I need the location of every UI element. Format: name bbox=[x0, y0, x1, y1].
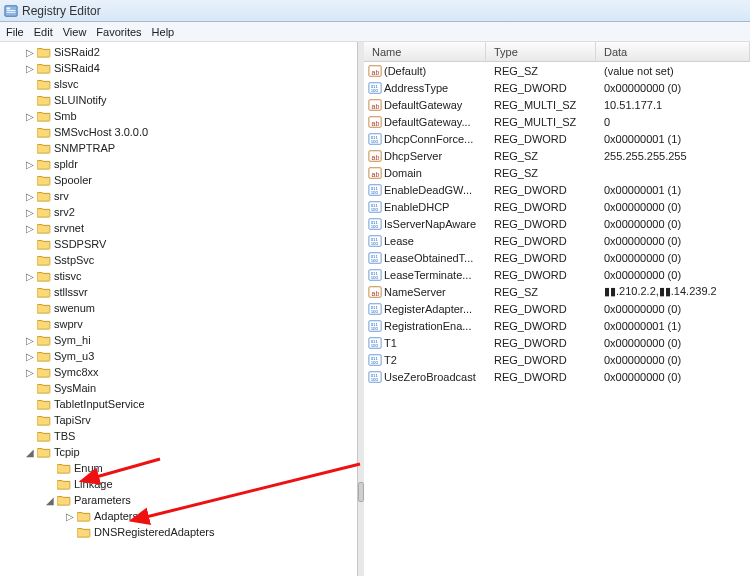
tree-item[interactable]: SysMain bbox=[0, 380, 357, 396]
tree-item[interactable]: ▷Smb bbox=[0, 108, 357, 124]
expand-icon[interactable]: ▷ bbox=[24, 206, 36, 218]
tree-item[interactable]: ▷Adapters bbox=[0, 508, 357, 524]
tree-item[interactable]: SMSvcHost 3.0.0.0 bbox=[0, 124, 357, 140]
expand-icon[interactable]: ▷ bbox=[24, 46, 36, 58]
splitter[interactable] bbox=[358, 42, 364, 576]
value-row[interactable]: abDefaultGateway...REG_MULTI_SZ0 bbox=[364, 113, 750, 130]
expand-icon bbox=[44, 478, 56, 490]
tree-item[interactable]: ▷SiSRaid4 bbox=[0, 60, 357, 76]
tree-item[interactable]: Enum bbox=[0, 460, 357, 476]
tree-item[interactable]: TBS bbox=[0, 428, 357, 444]
tree-item[interactable]: ▷srv bbox=[0, 188, 357, 204]
value-row[interactable]: 011100RegistrationEna...REG_DWORD0x00000… bbox=[364, 317, 750, 334]
value-row[interactable]: 011100LeaseREG_DWORD0x00000000 (0) bbox=[364, 232, 750, 249]
menu-help[interactable]: Help bbox=[152, 26, 175, 38]
folder-icon bbox=[37, 110, 51, 122]
tree-item-label: stllssvr bbox=[54, 286, 88, 298]
tree-item[interactable]: SLUINotify bbox=[0, 92, 357, 108]
tree-item[interactable]: slsvc bbox=[0, 76, 357, 92]
tree-item[interactable]: SstpSvc bbox=[0, 252, 357, 268]
value-row[interactable]: abDomainREG_SZ bbox=[364, 164, 750, 181]
value-row[interactable]: 011100AddressTypeREG_DWORD0x00000000 (0) bbox=[364, 79, 750, 96]
expand-icon bbox=[64, 526, 76, 538]
menu-favorites[interactable]: Favorites bbox=[96, 26, 141, 38]
tree-item[interactable]: ◢Parameters bbox=[0, 492, 357, 508]
tree-item[interactable]: TabletInputService bbox=[0, 396, 357, 412]
value-row[interactable]: 011100IsServerNapAwareREG_DWORD0x0000000… bbox=[364, 215, 750, 232]
value-data: 0x00000000 (0) bbox=[596, 269, 750, 281]
tree-item[interactable]: Spooler bbox=[0, 172, 357, 188]
tree-item[interactable]: ▷srv2 bbox=[0, 204, 357, 220]
tree-item[interactable]: ▷Symc8xx bbox=[0, 364, 357, 380]
svg-text:100: 100 bbox=[371, 224, 379, 229]
expand-collapse-icon[interactable]: ◢ bbox=[44, 494, 56, 506]
value-name: UseZeroBroadcast bbox=[384, 371, 476, 383]
tree-item[interactable]: swenum bbox=[0, 300, 357, 316]
tree-pane[interactable]: ▷SiSRaid2▷SiSRaid4slsvcSLUINotify▷SmbSMS… bbox=[0, 42, 358, 576]
tree-item[interactable]: SSDPSRV bbox=[0, 236, 357, 252]
value-row[interactable]: abDhcpServerREG_SZ255.255.255.255 bbox=[364, 147, 750, 164]
folder-icon bbox=[77, 526, 91, 538]
expand-icon[interactable]: ▷ bbox=[24, 62, 36, 74]
expand-icon[interactable]: ▷ bbox=[24, 350, 36, 362]
tree-item[interactable]: ◢Tcpip bbox=[0, 444, 357, 460]
tree-item-label: Spooler bbox=[54, 174, 92, 186]
value-row[interactable]: 011100LeaseObtainedT...REG_DWORD0x000000… bbox=[364, 249, 750, 266]
tree-item[interactable]: stllssvr bbox=[0, 284, 357, 300]
regedit-icon bbox=[4, 4, 18, 18]
expand-icon bbox=[24, 318, 36, 330]
tree-item[interactable]: TapiSrv bbox=[0, 412, 357, 428]
value-row[interactable]: 011100UseZeroBroadcastREG_DWORD0x0000000… bbox=[364, 368, 750, 385]
expand-collapse-icon[interactable]: ◢ bbox=[24, 446, 36, 458]
expand-icon[interactable]: ▷ bbox=[24, 334, 36, 346]
tree-item[interactable]: swprv bbox=[0, 316, 357, 332]
value-row[interactable]: 011100EnableDHCPREG_DWORD0x00000000 (0) bbox=[364, 198, 750, 215]
expand-icon[interactable]: ▷ bbox=[24, 190, 36, 202]
tree-item[interactable]: ▷stisvc bbox=[0, 268, 357, 284]
tree-item[interactable]: ▷srvnet bbox=[0, 220, 357, 236]
splitter-grip-icon[interactable] bbox=[358, 482, 364, 502]
menu-file[interactable]: File bbox=[6, 26, 24, 38]
tree-item[interactable]: Linkage bbox=[0, 476, 357, 492]
value-row[interactable]: abDefaultGatewayREG_MULTI_SZ10.51.177.1 bbox=[364, 96, 750, 113]
value-row[interactable]: 011100T1REG_DWORD0x00000000 (0) bbox=[364, 334, 750, 351]
value-row[interactable]: abNameServerREG_SZ▮▮.210.2.2,▮▮.14.239.2 bbox=[364, 283, 750, 300]
value-data: ▮▮.210.2.2,▮▮.14.239.2 bbox=[596, 285, 750, 298]
value-data: 0x00000000 (0) bbox=[596, 235, 750, 247]
string-value-icon: ab bbox=[368, 98, 382, 112]
tree-item-label: SSDPSRV bbox=[54, 238, 106, 250]
value-row[interactable]: 011100DhcpConnForce...REG_DWORD0x0000000… bbox=[364, 130, 750, 147]
svg-text:ab: ab bbox=[372, 289, 380, 296]
tree-item[interactable]: DNSRegisteredAdapters bbox=[0, 524, 357, 540]
tree-item[interactable]: ▷Sym_u3 bbox=[0, 348, 357, 364]
tree-item[interactable]: ▷SiSRaid2 bbox=[0, 44, 357, 60]
tree-item[interactable]: ▷Sym_hi bbox=[0, 332, 357, 348]
value-data: 0x00000000 (0) bbox=[596, 201, 750, 213]
tree-item-label: Tcpip bbox=[54, 446, 80, 458]
binary-value-icon: 011100 bbox=[368, 132, 382, 146]
tree-item-label: srv bbox=[54, 190, 69, 202]
column-header-type[interactable]: Type bbox=[486, 42, 596, 61]
menu-view[interactable]: View bbox=[63, 26, 87, 38]
tree-item[interactable]: SNMPTRAP bbox=[0, 140, 357, 156]
value-row[interactable]: 011100RegisterAdapter...REG_DWORD0x00000… bbox=[364, 300, 750, 317]
value-row[interactable]: 011100EnableDeadGW...REG_DWORD0x00000001… bbox=[364, 181, 750, 198]
column-header-name[interactable]: Name bbox=[364, 42, 486, 61]
column-header-data[interactable]: Data bbox=[596, 42, 750, 61]
svg-rect-3 bbox=[7, 11, 16, 12]
expand-icon[interactable]: ▷ bbox=[64, 510, 76, 522]
expand-icon[interactable]: ▷ bbox=[24, 366, 36, 378]
menu-edit[interactable]: Edit bbox=[34, 26, 53, 38]
expand-icon bbox=[24, 142, 36, 154]
value-row[interactable]: ab(Default)REG_SZ(value not set) bbox=[364, 62, 750, 79]
svg-rect-2 bbox=[7, 10, 16, 11]
value-row[interactable]: 011100LeaseTerminate...REG_DWORD0x000000… bbox=[364, 266, 750, 283]
value-row[interactable]: 011100T2REG_DWORD0x00000000 (0) bbox=[364, 351, 750, 368]
expand-icon[interactable]: ▷ bbox=[24, 110, 36, 122]
expand-icon[interactable]: ▷ bbox=[24, 158, 36, 170]
expand-icon[interactable]: ▷ bbox=[24, 270, 36, 282]
expand-icon[interactable]: ▷ bbox=[24, 222, 36, 234]
tree-item[interactable]: ▷spldr bbox=[0, 156, 357, 172]
folder-icon bbox=[37, 254, 51, 266]
folder-icon bbox=[37, 414, 51, 426]
